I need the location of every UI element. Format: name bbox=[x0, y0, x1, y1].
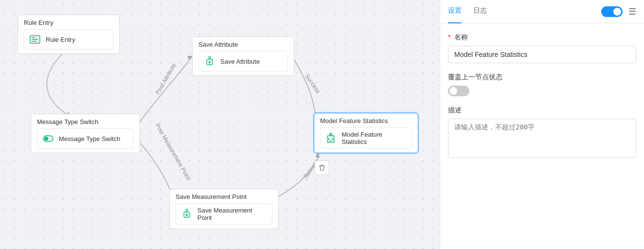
rule-icon bbox=[28, 33, 42, 46]
node-save-measurement-point[interactable]: Save Measurement Point Save Measurement … bbox=[169, 189, 279, 229]
node-rule-entry-title: Rule Entry bbox=[24, 19, 113, 26]
desc-label: 描述 bbox=[448, 106, 636, 115]
conn-label-success-1: Success bbox=[304, 72, 322, 94]
node-model-feature-body: Model Feature Statistics bbox=[320, 127, 412, 149]
puzzle-icon bbox=[324, 131, 338, 145]
node-message-type-switch-body: Message Type Switch bbox=[37, 128, 134, 149]
name-input[interactable] bbox=[448, 46, 636, 63]
svg-point-6 bbox=[44, 137, 48, 141]
svg-point-7 bbox=[209, 61, 211, 63]
tab-settings[interactable]: 设置 bbox=[448, 0, 462, 23]
node-save-attribute-label: Save Attribute bbox=[220, 58, 260, 65]
panel-actions: ☰ bbox=[601, 6, 636, 17]
conn-label-post-measurement: Post Measurement Point bbox=[154, 123, 192, 181]
save-measurement-icon bbox=[180, 207, 194, 221]
node-save-attribute[interactable]: Save Attribute Save Attribute bbox=[192, 36, 294, 76]
node-save-measurement-body: Save Measurement Point bbox=[176, 203, 272, 225]
canvas-area[interactable]: Post Attribute Post Measurement Point Su… bbox=[0, 0, 440, 249]
save-attribute-icon bbox=[203, 54, 216, 68]
cover-state-label: 覆盖上一节点状态 bbox=[448, 73, 636, 82]
tab-logs[interactable]: 日志 bbox=[473, 0, 487, 23]
desc-textarea[interactable] bbox=[448, 119, 636, 158]
list-icon[interactable]: ☰ bbox=[628, 6, 636, 17]
right-panel: 设置 日志 ☰ * 名称 覆盖上一节点状态 描述 bbox=[440, 0, 644, 249]
node-message-type-switch[interactable]: Message Type Switch Message Type Switch bbox=[31, 114, 140, 153]
desc-section: 描述 bbox=[448, 106, 636, 160]
switch-icon bbox=[41, 132, 55, 145]
node-model-feature-statistics[interactable]: Model Feature Statistics Model Feature S… bbox=[314, 113, 418, 153]
cover-state-section: 覆盖上一节点状态 bbox=[448, 73, 636, 96]
node-rule-entry[interactable]: Rule Entry Rule Entry bbox=[18, 15, 120, 54]
global-toggle[interactable] bbox=[601, 6, 623, 17]
conn-label-post-attribute: Post Attribute bbox=[154, 62, 178, 96]
panel-content: * 名称 覆盖上一节点状态 描述 bbox=[440, 23, 644, 249]
node-model-feature-label: Model Feature Statistics bbox=[341, 131, 408, 145]
required-star: * bbox=[448, 33, 450, 41]
panel-tabs: 设置 日志 ☰ bbox=[440, 0, 644, 23]
node-rule-entry-body: Rule Entry bbox=[24, 29, 113, 50]
cover-state-toggle[interactable] bbox=[448, 86, 469, 96]
name-label: * 名称 bbox=[448, 33, 636, 42]
node-save-measurement-title: Save Measurement Point bbox=[176, 193, 272, 200]
node-save-measurement-label: Save Measurement Point bbox=[197, 207, 268, 221]
delete-node-button[interactable] bbox=[315, 160, 329, 175]
node-save-attribute-body: Save Attribute bbox=[198, 51, 288, 71]
node-model-feature-title: Model Feature Statistics bbox=[320, 117, 412, 124]
name-section: * 名称 bbox=[448, 33, 636, 63]
node-save-attribute-title: Save Attribute bbox=[198, 41, 288, 48]
node-rule-entry-label: Rule Entry bbox=[46, 36, 75, 43]
svg-point-8 bbox=[186, 214, 188, 216]
node-message-type-switch-label: Message Type Switch bbox=[59, 135, 120, 142]
node-message-type-switch-title: Message Type Switch bbox=[37, 118, 134, 125]
